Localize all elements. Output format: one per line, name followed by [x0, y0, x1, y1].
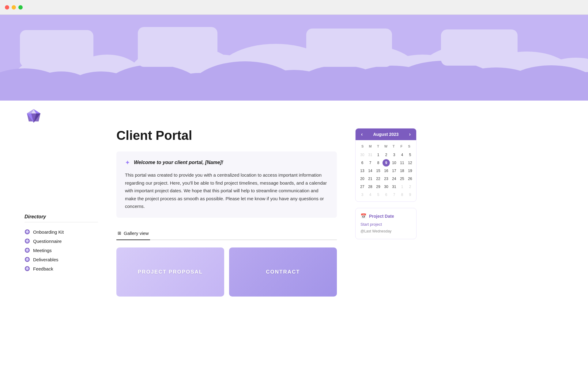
calendar-icon: 📅	[360, 213, 367, 219]
calendar-day[interactable]: 2	[406, 183, 414, 190]
calendar-day[interactable]: 18	[398, 167, 406, 174]
calendar-day[interactable]: 1	[398, 183, 406, 190]
calendar-day[interactable]: 5	[406, 151, 414, 159]
gallery-view-tab[interactable]: ⊞ Gallery view	[116, 228, 150, 240]
calendar-day[interactable]: 1	[375, 151, 382, 159]
sidebar: Directory Onboarding Kit Questionnaire	[24, 128, 98, 297]
svg-rect-27	[306, 29, 392, 67]
calendar-day[interactable]: 13	[359, 167, 366, 174]
gallery-tabs: ⊞ Gallery view	[116, 228, 337, 240]
maximize-button[interactable]	[18, 5, 23, 10]
calendar-days: 3031123456789101112131415161718192021222…	[359, 151, 413, 198]
calendar-day[interactable]: 23	[383, 175, 390, 182]
gem-icon	[24, 229, 30, 235]
calendar-grid: S M T W T F S 30311234567891011121314151…	[356, 140, 416, 201]
calendar-day[interactable]: 31	[390, 183, 398, 190]
sidebar-item-feedback[interactable]: Feedback	[24, 264, 98, 273]
calendar-day[interactable]: 14	[367, 167, 374, 174]
project-date-sub: @Last Wednesday	[360, 228, 411, 234]
day-header-t2: T	[390, 143, 398, 149]
sidebar-item-meetings[interactable]: Meetings	[24, 246, 98, 255]
calendar-day[interactable]: 5	[375, 191, 382, 198]
calendar-day[interactable]: 11	[398, 159, 406, 167]
right-sidebar: ‹ August 2023 › S M T W T F S 3031123456…	[355, 128, 417, 297]
day-header-s1: S	[359, 143, 366, 149]
calendar-day[interactable]: 30	[359, 151, 366, 159]
calendar-next-button[interactable]: ›	[408, 132, 412, 137]
calendar-day[interactable]: 4	[367, 191, 374, 198]
welcome-header: ✦ Welcome to your client portal, [Name]!	[125, 159, 328, 166]
calendar-day[interactable]: 8	[375, 159, 382, 167]
banner	[0, 15, 588, 101]
svg-rect-25	[20, 30, 93, 67]
calendar-day[interactable]: 7	[367, 159, 374, 167]
calendar-day-headers: S M T W T F S	[359, 143, 413, 149]
project-date-title: Project Date	[369, 214, 394, 219]
calendar-day[interactable]: 24	[390, 175, 398, 182]
calendar-month-label: August 2023	[373, 132, 398, 137]
diamond-area	[0, 101, 588, 125]
calendar-day[interactable]: 20	[359, 175, 366, 182]
gallery-cards: PROJECT PROPOSAL CONTRACT	[116, 247, 337, 297]
close-button[interactable]	[5, 5, 9, 10]
sidebar-title: Directory	[24, 214, 98, 222]
calendar-day[interactable]: 17	[390, 167, 398, 174]
day-header-s2: S	[405, 143, 413, 149]
calendar-day[interactable]: 22	[375, 175, 382, 182]
page-title: Client Portal	[116, 128, 337, 143]
sidebar-item-questionnaire[interactable]: Questionnaire	[24, 236, 98, 246]
contract-label: CONTRACT	[266, 269, 300, 275]
calendar-prev-button[interactable]: ‹	[360, 132, 364, 137]
calendar-day[interactable]: 25	[398, 175, 406, 182]
calendar-day[interactable]: 6	[359, 159, 366, 167]
minimize-button[interactable]	[12, 5, 16, 10]
calendar-day[interactable]: 28	[367, 183, 374, 190]
calendar-day[interactable]: 27	[359, 183, 366, 190]
sidebar-item-onboarding[interactable]: Onboarding Kit	[24, 227, 98, 236]
svg-rect-28	[441, 29, 518, 66]
calendar-day[interactable]: 9	[406, 191, 414, 198]
calendar-day[interactable]: 9	[383, 159, 390, 167]
project-proposal-card[interactable]: PROJECT PROPOSAL	[116, 247, 224, 297]
calendar-header: ‹ August 2023 ›	[356, 128, 416, 140]
svg-rect-26	[138, 27, 217, 67]
calendar-day[interactable]: 29	[375, 183, 382, 190]
calendar-day[interactable]: 12	[406, 159, 414, 167]
welcome-box: ✦ Welcome to your client portal, [Name]!…	[116, 151, 337, 218]
day-header-m: M	[366, 143, 374, 149]
calendar-day[interactable]: 6	[383, 191, 390, 198]
calendar-day[interactable]: 4	[398, 151, 406, 159]
calendar-day[interactable]: 8	[398, 191, 406, 198]
day-header-w: W	[382, 143, 390, 149]
gem-icon	[24, 247, 30, 253]
calendar-day[interactable]: 16	[383, 167, 390, 174]
calendar-day[interactable]: 7	[390, 191, 398, 198]
calendar-day[interactable]: 30	[383, 183, 390, 190]
gem-icon	[24, 238, 30, 244]
calendar-day[interactable]: 10	[390, 159, 398, 167]
sidebar-item-deliverables[interactable]: Deliverables	[24, 255, 98, 264]
calendar-day[interactable]: 3	[390, 151, 398, 159]
sun-icon: ✦	[125, 159, 130, 166]
gem-icon	[24, 257, 30, 262]
welcome-title: Welcome to your client portal, [Name]!	[134, 160, 223, 165]
calendar-widget: ‹ August 2023 › S M T W T F S 3031123456…	[355, 128, 417, 202]
window-chrome	[0, 0, 588, 15]
day-header-t1: T	[374, 143, 382, 149]
calendar-day[interactable]: 2	[383, 151, 390, 159]
gem-icon	[24, 266, 30, 271]
day-header-f: F	[398, 143, 405, 149]
gallery-grid-icon: ⊞	[118, 231, 121, 236]
center-content: Client Portal ✦ Welcome to your client p…	[116, 128, 337, 297]
calendar-day[interactable]: 31	[367, 151, 374, 159]
project-date-header: 📅 Project Date	[360, 213, 411, 219]
calendar-day[interactable]: 3	[359, 191, 366, 198]
start-project-link[interactable]: Start project	[360, 222, 411, 227]
contract-card[interactable]: CONTRACT	[229, 247, 337, 297]
calendar-day[interactable]: 19	[406, 167, 414, 174]
project-date-widget: 📅 Project Date Start project @Last Wedne…	[355, 208, 417, 239]
calendar-day[interactable]: 26	[406, 175, 414, 182]
calendar-day[interactable]: 21	[367, 175, 374, 182]
welcome-body: This portal was created to provide you w…	[125, 171, 328, 210]
calendar-day[interactable]: 15	[375, 167, 382, 174]
